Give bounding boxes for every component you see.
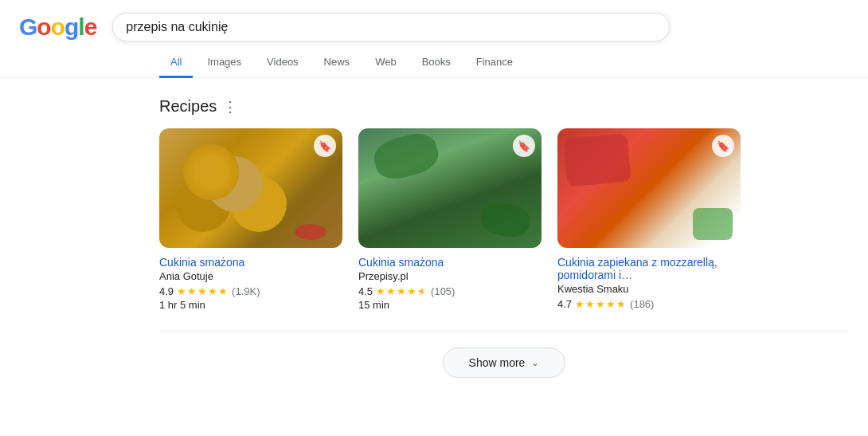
- bookmark-icon-0: 🔖: [319, 140, 331, 152]
- logo-g2: g: [65, 14, 78, 41]
- rating-count-1: (105): [431, 285, 455, 297]
- show-more-wrapper: Show more ⌄: [159, 348, 849, 378]
- search-bar: [112, 13, 670, 41]
- bookmark-icon-1: 🔖: [518, 140, 530, 152]
- google-logo[interactable]: Google: [19, 14, 96, 41]
- tab-finance[interactable]: Finance: [465, 48, 524, 78]
- logo-l: l: [78, 14, 84, 41]
- bookmark-button-2[interactable]: 🔖: [712, 135, 734, 157]
- recipe-title-1[interactable]: Cukinia smażona: [358, 256, 542, 269]
- main-content: Recipes ⋮ 🔖 Cukinia smażona Ania Gotuje …: [0, 78, 868, 397]
- logo-e: e: [84, 14, 97, 41]
- nav-tabs: All Images Videos News Web Books Finance: [0, 41, 868, 78]
- tab-web[interactable]: Web: [364, 48, 408, 78]
- recipe-source-1: Przepisy.pl: [358, 270, 542, 282]
- recipe-title-2[interactable]: Cukinia zapiekana z mozzarellą, pomidora…: [557, 256, 741, 281]
- bookmark-button-0[interactable]: 🔖: [314, 135, 336, 157]
- section-divider: [159, 331, 849, 332]
- recipe-source-0: Ania Gotuje: [159, 270, 342, 282]
- tab-news[interactable]: News: [313, 48, 362, 78]
- rating-count-0: (1.9K): [232, 285, 260, 297]
- logo-o1: o: [37, 14, 50, 41]
- show-more-label: Show more: [469, 356, 526, 369]
- tab-all[interactable]: All: [159, 48, 193, 78]
- recipes-header: Recipes ⋮: [159, 97, 849, 116]
- recipe-rating-0: 4.9 ★★★★★ (1.9K): [159, 285, 342, 297]
- recipe-card-1: 🔖 Cukinia smażona Przepisy.pl 4.5 ★★★★★★…: [358, 128, 542, 312]
- rating-score-2: 4.7: [557, 298, 572, 310]
- recipe-time-0: 1 hr 5 min: [159, 299, 342, 311]
- stars-0: ★★★★★: [177, 285, 229, 297]
- tab-books[interactable]: Books: [411, 48, 462, 78]
- rating-score-1: 4.5: [358, 285, 373, 297]
- recipe-rating-1: 4.5 ★★★★★★ (105): [358, 285, 542, 297]
- bookmark-icon-2: 🔖: [717, 140, 729, 152]
- recipe-image-wrapper-2[interactable]: 🔖: [557, 128, 741, 248]
- logo-o2: o: [51, 14, 65, 41]
- recipe-source-2: Kwestia Smaku: [557, 283, 741, 295]
- recipe-image-wrapper-1[interactable]: 🔖: [358, 128, 542, 248]
- recipe-card-2: 🔖 Cukinia zapiekana z mozzarellą, pomido…: [557, 128, 741, 312]
- rating-score-0: 4.9: [159, 285, 174, 297]
- search-input[interactable]: [126, 20, 656, 34]
- recipe-rating-2: 4.7 ★★★★★★ (186): [557, 298, 741, 310]
- logo-g: G: [19, 14, 37, 41]
- search-bar-wrapper: [112, 13, 670, 41]
- tab-videos[interactable]: Videos: [256, 48, 310, 78]
- recipe-title-0[interactable]: Cukinia smażona: [159, 256, 342, 269]
- header: Google: [0, 0, 868, 41]
- recipe-card-0: 🔖 Cukinia smażona Ania Gotuje 4.9 ★★★★★ …: [159, 128, 342, 312]
- recipe-image-wrapper-0[interactable]: 🔖: [159, 128, 342, 248]
- stars-1: ★★★★★★: [376, 285, 428, 297]
- recipe-time-1: 15 min: [358, 299, 542, 311]
- rating-count-2: (186): [630, 298, 654, 310]
- recipes-title: Recipes: [159, 97, 217, 116]
- stars-2: ★★★★★★: [575, 298, 627, 310]
- chevron-down-icon: ⌄: [531, 357, 539, 368]
- show-more-button[interactable]: Show more ⌄: [443, 348, 566, 378]
- recipes-more-options[interactable]: ⋮: [223, 98, 238, 116]
- tab-images[interactable]: Images: [196, 48, 252, 78]
- recipe-cards: 🔖 Cukinia smażona Ania Gotuje 4.9 ★★★★★ …: [159, 128, 849, 312]
- bookmark-button-1[interactable]: 🔖: [513, 135, 535, 157]
